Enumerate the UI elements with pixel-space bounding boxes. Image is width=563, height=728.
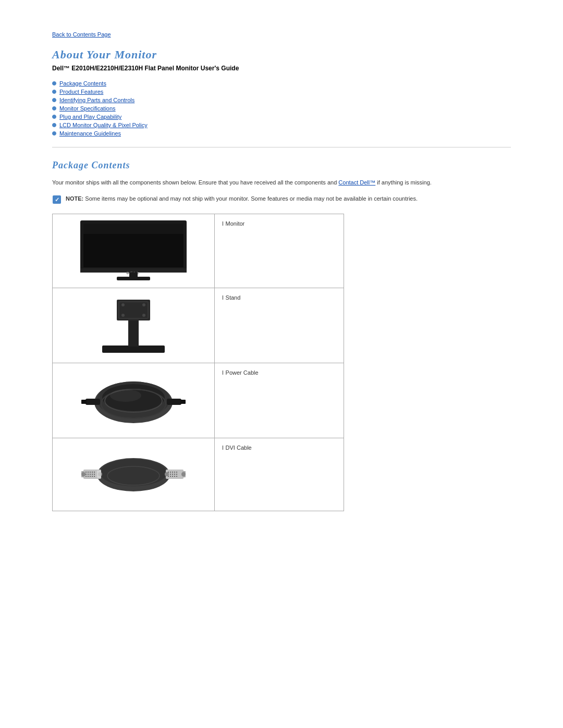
svg-rect-9 — [102, 346, 165, 353]
svg-text:✓: ✓ — [55, 196, 59, 203]
nav-list: Package Contents Product Features Identi… — [52, 80, 511, 137]
nav-link-product-features[interactable]: Product Features — [59, 89, 103, 95]
monitor-item-label: l Monitor — [222, 220, 336, 227]
svg-point-15 — [142, 314, 145, 317]
monitor-image-cell: DELL — [53, 214, 215, 288]
svg-rect-56 — [174, 474, 175, 475]
svg-rect-20 — [85, 399, 100, 405]
svg-point-66 — [165, 472, 169, 476]
contact-dell-link[interactable]: Contact Dell™ — [338, 179, 375, 186]
nav-dot — [52, 106, 56, 110]
power-cable-image-cell — [53, 363, 215, 438]
svg-rect-57 — [176, 474, 177, 475]
svg-rect-23 — [180, 400, 186, 404]
stand-image-cell — [53, 288, 215, 363]
nav-item-product-features[interactable]: Product Features — [52, 89, 511, 95]
nav-link-monitor-specs[interactable]: Monitor Specifications — [59, 105, 116, 112]
power-cable-illustration — [76, 368, 191, 431]
nav-dot — [52, 115, 56, 119]
note-box: ✓ NOTE: Some items may be optional and m… — [52, 194, 511, 204]
svg-rect-45 — [94, 476, 95, 477]
table-row-dvi-cable: l DVI Cable — [53, 438, 344, 511]
svg-rect-42 — [88, 476, 89, 477]
nav-dot — [52, 123, 56, 127]
nav-item-plug-play[interactable]: Plug and Play Capability — [52, 114, 511, 120]
nav-item-monitor-specs[interactable]: Monitor Specifications — [52, 105, 511, 112]
svg-rect-51 — [174, 472, 175, 473]
nav-link-maintenance[interactable]: Maintenance Guidelines — [59, 130, 121, 137]
svg-rect-7 — [129, 273, 138, 277]
section-title: Package Contents — [52, 160, 511, 171]
svg-rect-33 — [90, 472, 91, 473]
svg-rect-48 — [168, 472, 169, 473]
page-title: About Your Monitor — [52, 48, 511, 61]
nav-dot — [52, 98, 56, 102]
monitor-illustration: DELL — [76, 219, 191, 281]
svg-rect-35 — [94, 472, 95, 473]
svg-rect-32 — [88, 472, 89, 473]
svg-rect-49 — [170, 472, 171, 473]
stand-item-label: l Stand — [222, 294, 336, 301]
intro-paragraph: Your monitor ships with all the componen… — [52, 178, 511, 187]
svg-rect-21 — [81, 400, 87, 404]
svg-rect-31 — [85, 472, 87, 473]
nav-link-identifying-parts[interactable]: Identifying Parts and Controls — [59, 97, 134, 103]
nav-dot — [52, 131, 56, 135]
dvi-cable-item-label: l DVI Cable — [222, 445, 336, 451]
dvi-cable-label-cell: l DVI Cable — [215, 438, 344, 511]
svg-rect-4 — [83, 224, 183, 234]
svg-point-26 — [110, 389, 141, 402]
page-subtitle: Dell™ E2010H/E2210H/E2310H Flat Panel Mo… — [52, 65, 511, 72]
nav-dot — [52, 81, 56, 85]
svg-rect-59 — [170, 476, 171, 477]
package-table: DELL l Monitor — [52, 214, 344, 511]
svg-rect-43 — [90, 476, 91, 477]
section-divider — [52, 147, 511, 147]
svg-rect-8 — [117, 277, 150, 280]
nav-item-lcd-quality[interactable]: LCD Monitor Quality & Pixel Policy — [52, 122, 511, 128]
svg-rect-36 — [85, 474, 87, 475]
svg-rect-54 — [170, 474, 171, 475]
svg-rect-60 — [172, 476, 173, 477]
stand-illustration — [87, 293, 180, 356]
table-row-stand: l Stand — [53, 288, 344, 363]
dvi-cable-image-cell — [53, 438, 215, 511]
note-icon: ✓ — [52, 195, 62, 204]
svg-rect-50 — [172, 472, 173, 473]
nav-item-identifying-parts[interactable]: Identifying Parts and Controls — [52, 97, 511, 103]
svg-rect-11 — [117, 300, 150, 320]
svg-point-13 — [142, 303, 145, 306]
nav-item-package-contents[interactable]: Package Contents — [52, 80, 511, 87]
power-cable-item-label: l Power Cable — [222, 369, 336, 376]
back-to-contents-link[interactable]: Back to Contents Page — [52, 31, 511, 38]
svg-rect-61 — [174, 476, 175, 477]
svg-rect-41 — [85, 476, 87, 477]
power-cable-label-cell: l Power Cable — [215, 363, 344, 438]
svg-rect-38 — [90, 474, 91, 475]
note-text: NOTE: Some items may be optional and may… — [66, 194, 418, 203]
nav-link-package-contents[interactable]: Package Contents — [59, 80, 106, 87]
svg-point-28 — [100, 459, 167, 486]
svg-rect-55 — [172, 474, 173, 475]
svg-point-12 — [121, 303, 125, 306]
svg-rect-22 — [167, 399, 181, 405]
table-row-power-cable: l Power Cable — [53, 363, 344, 438]
svg-rect-44 — [92, 476, 93, 477]
svg-rect-37 — [88, 474, 89, 475]
svg-rect-52 — [176, 472, 177, 473]
svg-point-64 — [81, 472, 85, 476]
svg-point-67 — [181, 472, 186, 476]
table-row-monitor: DELL l Monitor — [53, 214, 344, 288]
nav-dot — [52, 90, 56, 94]
svg-rect-62 — [176, 476, 177, 477]
stand-label-cell: l Stand — [215, 288, 344, 363]
svg-rect-40 — [94, 474, 95, 475]
svg-point-14 — [121, 314, 125, 317]
nav-item-maintenance[interactable]: Maintenance Guidelines — [52, 130, 511, 137]
svg-rect-34 — [92, 472, 93, 473]
svg-rect-39 — [92, 474, 93, 475]
dvi-cable-illustration — [76, 443, 191, 501]
nav-link-lcd-quality[interactable]: LCD Monitor Quality & Pixel Policy — [59, 122, 148, 128]
monitor-label-cell: l Monitor — [215, 214, 344, 288]
nav-link-plug-play[interactable]: Plug and Play Capability — [59, 114, 121, 120]
